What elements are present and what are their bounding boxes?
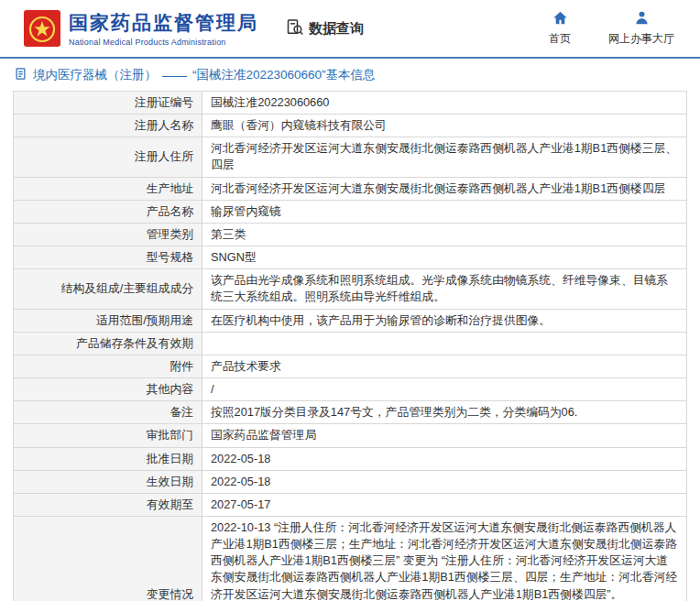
field-value: 产品技术要求 xyxy=(202,355,687,377)
field-value: 按照2017版分类目录及147号文，产品管理类别为二类，分类编码为06. xyxy=(202,401,687,424)
data-query-nav[interactable]: 数据查询 xyxy=(286,18,364,39)
field-label: 注册人住所 xyxy=(14,137,202,177)
field-value: / xyxy=(202,378,687,401)
field-value: 河北香河经济开发区运河大道东侧安晟街北侧运泰路西侧机器人产业港1期B1西侧楼四层 xyxy=(202,177,687,200)
field-value: 输尿管内窥镜 xyxy=(202,200,687,223)
agency-titles: 国家药品监督管理局 National Medical Products Admi… xyxy=(69,10,258,47)
user-icon xyxy=(634,10,650,28)
agency-name-en: National Medical Products Administration xyxy=(69,38,258,47)
field-value: 该产品由光学成像系统和照明系统组成。光学成像系统由物镜系统、纤维导像束、目镜系统… xyxy=(202,269,687,309)
home-icon xyxy=(552,10,568,28)
field-label: 有效期至 xyxy=(14,493,202,516)
document-icon xyxy=(14,67,27,83)
field-value: 河北香河经济开发区运河大道东侧安晟街北侧运泰路西侧机器人产业港1期B1西侧楼三层… xyxy=(202,137,687,177)
data-query-icon xyxy=(286,18,304,39)
field-value: SNGN型 xyxy=(202,246,687,269)
field-label: 审批部门 xyxy=(14,424,202,447)
field-label: 批准日期 xyxy=(14,447,202,470)
table-row: 管理类别 第三类 xyxy=(14,223,687,246)
field-label: 备注 xyxy=(14,401,202,424)
nav-home-label: 首页 xyxy=(549,31,571,47)
field-label: 附件 xyxy=(14,355,202,377)
field-value: 在医疗机构中使用，该产品用于为输尿管的诊断和治疗提供图像。 xyxy=(202,309,687,332)
field-label: 生效日期 xyxy=(14,470,202,493)
field-label: 适用范围/预期用途 xyxy=(14,309,202,332)
table-row: 备注 按照2017版分类目录及147号文，产品管理类别为二类，分类编码为06. xyxy=(14,401,687,424)
field-label: 注册人名称 xyxy=(14,115,202,137)
top-right-nav: 首页 网上办事大厅 xyxy=(544,10,687,47)
field-label: 其他内容 xyxy=(14,378,202,401)
table-row: 生效日期 2022-05-18 xyxy=(14,470,687,493)
field-value: 鹰眼（香河）内窥镜科技有限公司 xyxy=(202,115,687,137)
breadcrumb-dash: —— xyxy=(162,69,187,82)
breadcrumb-section[interactable]: 境内医疗器械（注册） xyxy=(33,67,157,83)
table-row: 注册人住所 河北香河经济开发区运河大道东侧安晟街北侧运泰路西侧机器人产业港1期B… xyxy=(14,137,687,177)
table-row: 其他内容 / xyxy=(14,378,687,401)
nav-item-service-hall[interactable]: 网上办事大厅 xyxy=(608,10,674,47)
table-row: 注册证编号 国械注准20223060660 xyxy=(14,92,687,115)
national-emblem-icon xyxy=(24,10,60,47)
top-header: 国家药品监督管理局 National Medical Products Admi… xyxy=(0,0,700,57)
table-row: 产品名称 输尿管内窥镜 xyxy=(14,200,687,223)
table-row: 变更情况 2022-10-13 “注册人住所：河北香河经济开发区运河大道东侧安晟… xyxy=(14,516,687,601)
field-value: 2022-05-18 xyxy=(202,447,687,470)
field-label: 注册证编号 xyxy=(14,92,202,115)
agency-brand[interactable]: 国家药品监督管理局 National Medical Products Admi… xyxy=(24,10,258,47)
data-query-label: 数据查询 xyxy=(309,20,364,38)
field-value: 2027-05-17 xyxy=(202,493,687,516)
table-row: 附件 产品技术要求 xyxy=(14,355,687,377)
page-title: “国械注准20223060660”基本信息 xyxy=(192,67,376,83)
breadcrumb: 境内医疗器械（注册） —— “国械注准20223060660”基本信息 xyxy=(0,59,700,91)
table-row: 注册人名称 鹰眼（香河）内窥镜科技有限公司 xyxy=(14,115,687,137)
table-row: 型号规格 SNGN型 xyxy=(14,246,687,269)
nav-item-home[interactable]: 首页 xyxy=(544,10,575,47)
field-label: 结构及组成/主要组成成分 xyxy=(14,269,202,309)
field-label: 生产地址 xyxy=(14,177,202,200)
field-label: 产品名称 xyxy=(14,200,202,223)
table-row: 生产地址 河北香河经济开发区运河大道东侧安晟街北侧运泰路西侧机器人产业港1期B1… xyxy=(14,177,687,200)
table-row: 结构及组成/主要组成成分 该产品由光学成像系统和照明系统组成。光学成像系统由物镜… xyxy=(14,269,687,309)
field-value: 国械注准20223060660 xyxy=(202,92,687,115)
field-value xyxy=(202,332,687,355)
field-label: 变更情况 xyxy=(14,516,202,601)
field-label: 管理类别 xyxy=(14,223,202,246)
nav-service-hall-label: 网上办事大厅 xyxy=(608,31,674,47)
field-label: 型号规格 xyxy=(14,246,202,269)
change-history-value: 2022-10-13 “注册人住所：河北香河经济开发区运河大道东侧安晟街北侧运泰… xyxy=(202,516,687,601)
table-row: 审批部门 国家药品监督管理局 xyxy=(14,424,687,447)
table-row: 有效期至 2027-05-17 xyxy=(14,493,687,516)
agency-name-cn: 国家药品监督管理局 xyxy=(69,10,258,36)
field-label: 产品储存条件及有效期 xyxy=(14,332,202,355)
field-value: 2022-05-18 xyxy=(202,470,687,493)
table-row: 批准日期 2022-05-18 xyxy=(14,447,687,470)
table-row: 适用范围/预期用途 在医疗机构中使用，该产品用于为输尿管的诊断和治疗提供图像。 xyxy=(14,309,687,332)
field-value: 第三类 xyxy=(202,223,687,246)
field-value: 国家药品监督管理局 xyxy=(202,424,687,447)
table-row: 产品储存条件及有效期 xyxy=(14,332,687,355)
registration-detail-table: 注册证编号 国械注准20223060660 注册人名称 鹰眼（香河）内窥镜科技有… xyxy=(13,91,687,601)
